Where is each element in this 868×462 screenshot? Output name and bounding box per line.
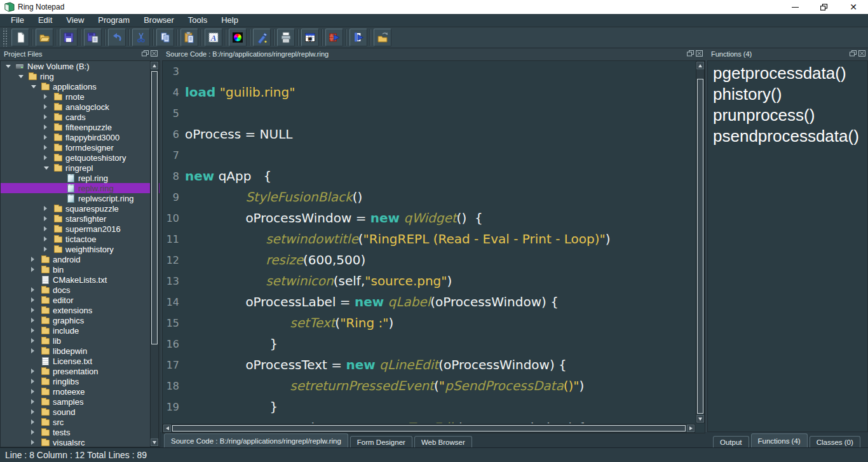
tab-form-designer[interactable]: Form Designer bbox=[350, 436, 412, 447]
tab-web-browser[interactable]: Web Browser bbox=[414, 436, 472, 447]
menu-item-file[interactable]: File bbox=[4, 14, 31, 27]
cut-button[interactable] bbox=[132, 29, 150, 46]
collapse-arrow-icon[interactable] bbox=[44, 166, 51, 170]
expand-arrow-icon[interactable] bbox=[31, 348, 39, 353]
scrollbar-thumb[interactable] bbox=[172, 425, 686, 431]
editor-line[interactable]: 12 resize(600,500) bbox=[163, 250, 695, 271]
editor-horizontal-scrollbar[interactable] bbox=[163, 424, 695, 433]
tree-item-superman2016[interactable]: superman2016 bbox=[1, 224, 159, 234]
scroll-up-button[interactable] bbox=[696, 62, 704, 69]
tree-item-new-volume-b[interactable]: New Volume (B:) bbox=[1, 61, 159, 71]
expand-arrow-icon[interactable] bbox=[44, 206, 51, 211]
collapse-arrow-icon[interactable] bbox=[31, 85, 39, 88]
tree-item-applications[interactable]: applications bbox=[1, 81, 159, 92]
run-debug-button[interactable]: ✱ bbox=[301, 29, 319, 46]
color-button[interactable] bbox=[229, 29, 247, 46]
expand-arrow-icon[interactable] bbox=[31, 267, 39, 272]
editor-line[interactable]: 6oProcess = NULL bbox=[163, 124, 695, 145]
open-file-button[interactable] bbox=[36, 29, 53, 46]
expand-arrow-icon[interactable] bbox=[31, 257, 39, 262]
format-pen-button[interactable] bbox=[253, 29, 271, 46]
editor-line[interactable]: 7 bbox=[163, 145, 695, 166]
expand-arrow-icon[interactable] bbox=[44, 155, 51, 160]
function-item-psendprocessdata[interactable]: psendprocessdata() bbox=[708, 126, 867, 147]
expand-arrow-icon[interactable] bbox=[44, 104, 51, 109]
tree-item-squarespuzzle[interactable]: squarespuzzle bbox=[1, 203, 159, 214]
expand-arrow-icon[interactable] bbox=[31, 369, 39, 374]
menu-item-help[interactable]: Help bbox=[214, 14, 245, 27]
scroll-up-button[interactable] bbox=[151, 62, 158, 69]
expand-arrow-icon[interactable] bbox=[31, 399, 39, 404]
tree-item-bin[interactable]: bin bbox=[1, 264, 159, 275]
scroll-down-button[interactable] bbox=[696, 415, 704, 423]
editor-line[interactable]: 9 StyleFusionBlack() bbox=[163, 187, 695, 208]
expand-arrow-icon[interactable] bbox=[31, 379, 39, 384]
tree-item-rnoteexe[interactable]: rnoteexe bbox=[1, 386, 159, 397]
expand-arrow-icon[interactable] bbox=[44, 145, 51, 150]
close-button[interactable]: ✕ bbox=[839, 0, 868, 14]
expand-arrow-icon[interactable] bbox=[31, 297, 39, 302]
tree-item-docs[interactable]: docs bbox=[1, 285, 159, 295]
menu-item-browser[interactable]: Browser bbox=[137, 14, 181, 27]
toolbar-grip-handle[interactable] bbox=[2, 29, 8, 46]
tree-item-include[interactable]: include bbox=[1, 325, 159, 336]
expand-arrow-icon[interactable] bbox=[31, 440, 39, 445]
font-button[interactable]: A bbox=[205, 29, 222, 46]
float-panel-icon[interactable] bbox=[142, 50, 149, 57]
tree-item-replw-ring[interactable]: replw.ring bbox=[1, 183, 159, 193]
tree-item-extensions[interactable]: extensions bbox=[1, 305, 159, 315]
open-samples-button[interactable] bbox=[374, 29, 391, 46]
save-as-button[interactable] bbox=[84, 29, 102, 46]
project-tree-scrollbar[interactable] bbox=[150, 61, 159, 447]
tree-item-replwscript-ring[interactable]: replwscript.ring bbox=[1, 193, 159, 203]
function-item-phistory[interactable]: phistory() bbox=[708, 84, 867, 105]
expand-arrow-icon[interactable] bbox=[44, 236, 51, 241]
tree-item-tests[interactable]: tests bbox=[1, 427, 159, 437]
editor-line[interactable]: 11 setwindowtitle("RingREPL (Read - Eval… bbox=[163, 229, 695, 250]
scroll-down-button[interactable] bbox=[151, 438, 158, 446]
expand-arrow-icon[interactable] bbox=[44, 125, 51, 130]
expand-arrow-icon[interactable] bbox=[31, 287, 39, 292]
expand-arrow-icon[interactable] bbox=[31, 419, 39, 425]
tree-item-fifteenpuzzle[interactable]: fifteenpuzzle bbox=[1, 122, 159, 132]
scrollbar-thumb[interactable] bbox=[697, 79, 703, 414]
editor-line[interactable]: 19 } bbox=[163, 397, 695, 418]
tree-item-formdesigner[interactable]: formdesigner bbox=[1, 142, 159, 153]
collapse-arrow-icon[interactable] bbox=[6, 65, 13, 68]
tree-item-editor[interactable]: editor bbox=[1, 295, 159, 305]
scroll-left-button[interactable] bbox=[163, 425, 171, 432]
tree-item-ring[interactable]: ring bbox=[1, 71, 159, 81]
float-panel-icon[interactable] bbox=[850, 50, 857, 57]
editor-line[interactable]: 13 setwinicon(self,"source.png") bbox=[163, 271, 695, 292]
tree-item-presentation[interactable]: presentation bbox=[1, 366, 159, 376]
tree-item-visualsrc[interactable]: visualsrc bbox=[1, 437, 159, 447]
tab-output[interactable]: Output bbox=[713, 436, 749, 447]
tree-item-src[interactable]: src bbox=[1, 417, 159, 427]
expand-arrow-icon[interactable] bbox=[31, 389, 39, 394]
print-button[interactable] bbox=[277, 29, 295, 46]
expand-arrow-icon[interactable] bbox=[31, 328, 39, 333]
tree-item-repl-ring[interactable]: repl.ring bbox=[1, 173, 159, 183]
expand-arrow-icon[interactable] bbox=[44, 226, 51, 231]
editor-line[interactable]: 20 oProcessHistory = new qTextEdit(oProc… bbox=[163, 418, 695, 423]
editor-line[interactable]: 10 oProcessWindow = new qWidget() { bbox=[163, 208, 695, 229]
expand-arrow-icon[interactable] bbox=[31, 338, 39, 343]
tree-item-tictactoe[interactable]: tictactoe bbox=[1, 234, 159, 244]
tab-classes-0[interactable]: Classes (0) bbox=[810, 436, 860, 447]
close-panel-icon[interactable] bbox=[151, 50, 158, 57]
tree-item-android[interactable]: android bbox=[1, 254, 159, 264]
tree-item-lib[interactable]: lib bbox=[1, 336, 159, 346]
code-editor[interactable]: 34load "guilib.ring"56oProcess = NULL78n… bbox=[162, 60, 705, 433]
expand-arrow-icon[interactable] bbox=[31, 308, 39, 313]
run-button[interactable] bbox=[325, 29, 343, 46]
tree-item-graphics[interactable]: graphics bbox=[1, 315, 159, 325]
menu-item-view[interactable]: View bbox=[59, 14, 91, 27]
expand-arrow-icon[interactable] bbox=[44, 135, 51, 140]
tree-item-cmakelists-txt[interactable]: CMakeLists.txt bbox=[1, 275, 159, 285]
scrollbar-thumb[interactable] bbox=[151, 71, 158, 344]
tree-item-starsfighter[interactable]: starsfighter bbox=[1, 214, 159, 224]
function-item-prunprocess[interactable]: prunprocess() bbox=[708, 105, 867, 126]
tree-item-getquoteshistory[interactable]: getquoteshistory bbox=[1, 153, 159, 163]
expand-arrow-icon[interactable] bbox=[31, 409, 39, 414]
tab-functions-4[interactable]: Functions (4) bbox=[751, 433, 808, 447]
